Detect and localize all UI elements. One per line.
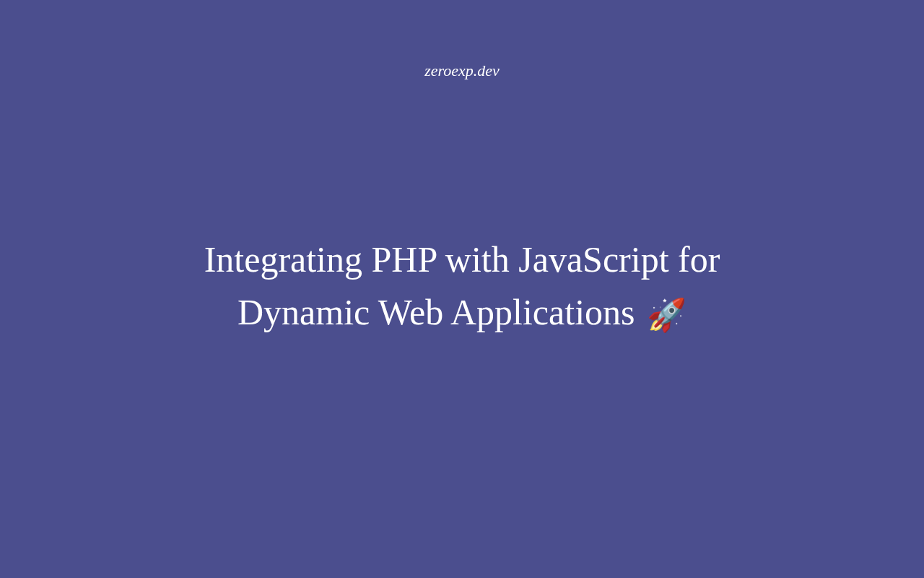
title-line-2: Dynamic Web Applications: [237, 292, 635, 332]
title-line-1: Integrating PHP with JavaScript for: [204, 239, 720, 280]
title-container: Integrating PHP with JavaScript for Dyna…: [0, 0, 924, 578]
article-title: Integrating PHP with JavaScript for Dyna…: [204, 233, 720, 339]
rocket-icon: 🚀: [647, 293, 687, 339]
